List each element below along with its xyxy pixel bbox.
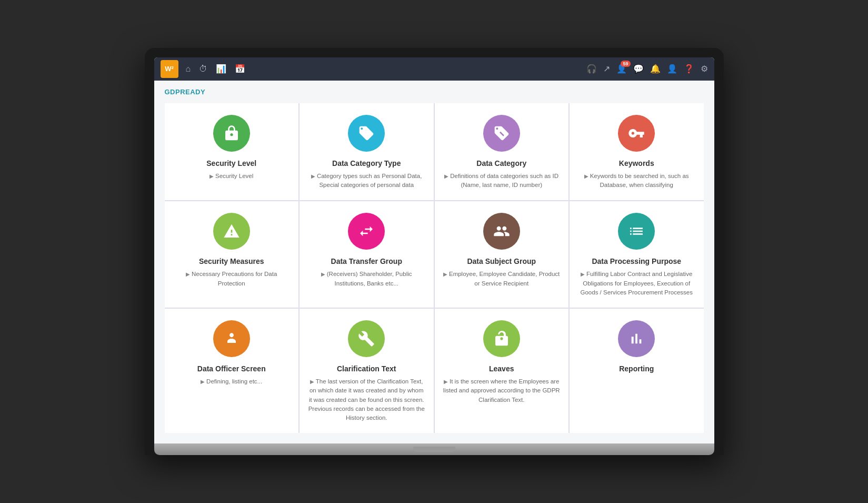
- security-measures-icon: [213, 213, 250, 250]
- reporting-icon: [618, 320, 655, 357]
- person-icon[interactable]: 👤: [667, 64, 677, 74]
- keywords-desc: Keywords to be searched in, such as Data…: [578, 172, 695, 190]
- card-data-subject-group[interactable]: Data Subject GroupEmployee, Employee Can…: [435, 201, 569, 308]
- data-category-title: Data Category: [476, 159, 526, 167]
- leaves-icon: [483, 320, 520, 357]
- leaves-desc: It is the screen where the Employees are…: [443, 377, 561, 405]
- data-transfer-group-title: Data Transfer Group: [331, 257, 402, 265]
- cards-grid: Security LevelSecurity LevelData Categor…: [165, 103, 704, 433]
- data-category-icon: [483, 115, 520, 152]
- data-subject-group-title: Data Subject Group: [467, 257, 536, 265]
- security-level-desc: Security Level: [209, 172, 253, 181]
- topbar-nav-icons: ⌂ ⏱ 📊 📅: [186, 64, 246, 74]
- topbar-right: 🎧 ↗ 👤59 💬 🔔 👤 ❓ ⚙: [586, 64, 708, 74]
- data-processing-purpose-title: Data Processing Purpose: [592, 257, 681, 265]
- laptop-base: [154, 443, 714, 455]
- security-measures-desc: Necessary Precautions for Data Protectio…: [173, 270, 291, 288]
- security-level-icon: [213, 115, 250, 152]
- timer-icon[interactable]: ⏱: [199, 64, 207, 74]
- data-category-type-title: Data Category Type: [332, 159, 401, 167]
- chart-icon[interactable]: 📊: [216, 64, 226, 74]
- security-level-title: Security Level: [206, 159, 256, 167]
- leaves-title: Leaves: [489, 364, 514, 373]
- topbar-left: W² ⌂ ⏱ 📊 📅: [161, 60, 246, 78]
- data-category-desc: Definitions of data categories such as I…: [443, 172, 561, 190]
- clarification-text-icon: [348, 320, 385, 357]
- data-subject-group-desc: Employee, Employee Candidate, Product or…: [443, 270, 561, 288]
- card-data-transfer-group[interactable]: Data Transfer Group(Receivers) Sharehold…: [300, 201, 434, 308]
- chat-icon[interactable]: 💬: [633, 64, 644, 74]
- card-security-level[interactable]: Security LevelSecurity Level: [165, 103, 299, 201]
- calendar-icon[interactable]: 📅: [235, 64, 245, 74]
- clarification-text-desc: The last version of the Clarification Te…: [308, 377, 425, 422]
- keywords-title: Keywords: [619, 159, 654, 167]
- card-security-measures[interactable]: Security MeasuresNecessary Precautions f…: [165, 201, 299, 308]
- home-icon[interactable]: ⌂: [186, 64, 191, 74]
- card-data-category[interactable]: Data CategoryDefinitions of data categor…: [435, 103, 569, 201]
- page-title: GDPREADY: [165, 88, 704, 96]
- headset-icon[interactable]: 🎧: [586, 64, 597, 74]
- data-transfer-group-desc: (Receivers) Shareholder, Public Institut…: [308, 270, 425, 288]
- help-icon[interactable]: ❓: [684, 64, 694, 74]
- data-category-type-icon: [348, 115, 385, 152]
- card-clarification-text[interactable]: Clarification TextThe last version of th…: [300, 309, 434, 433]
- reporting-title: Reporting: [619, 364, 654, 373]
- bell-icon[interactable]: 🔔: [650, 64, 661, 74]
- data-transfer-group-icon: [348, 213, 385, 250]
- logo[interactable]: W²: [161, 60, 178, 78]
- card-reporting[interactable]: Reporting: [570, 309, 704, 433]
- user-badge-icon[interactable]: 👤59: [616, 64, 627, 74]
- content-area: GDPREADY Security LevelSecurity LevelDat…: [154, 81, 714, 444]
- notification-badge: 59: [621, 61, 630, 67]
- clarification-text-title: Clarification Text: [337, 364, 396, 373]
- keywords-icon: [618, 115, 655, 152]
- security-measures-title: Security Measures: [199, 257, 264, 265]
- laptop-notch: [413, 447, 455, 452]
- data-processing-purpose-icon: [618, 213, 655, 250]
- data-subject-group-icon: [483, 213, 520, 250]
- card-data-category-type[interactable]: Data Category TypeCategory types such as…: [300, 103, 434, 201]
- data-officer-screen-desc: Defining, listing etc...: [201, 377, 262, 386]
- data-officer-screen-title: Data Officer Screen: [197, 364, 266, 373]
- share-icon[interactable]: ↗: [603, 64, 610, 74]
- card-leaves[interactable]: LeavesIt is the screen where the Employe…: [435, 309, 569, 433]
- data-category-type-desc: Category types such as Personal Data, Sp…: [308, 172, 425, 190]
- topbar: W² ⌂ ⏱ 📊 📅 🎧 ↗ 👤59 💬 🔔: [154, 57, 714, 81]
- card-keywords[interactable]: KeywordsKeywords to be searched in, such…: [570, 103, 704, 201]
- data-officer-screen-icon: [213, 320, 250, 357]
- data-processing-purpose-desc: Fulfilling Labor Contract and Legislativ…: [578, 270, 695, 297]
- card-data-processing-purpose[interactable]: Data Processing PurposeFulfilling Labor …: [570, 201, 704, 308]
- card-data-officer-screen[interactable]: Data Officer ScreenDefining, listing etc…: [165, 309, 299, 433]
- settings-icon[interactable]: ⚙: [701, 64, 708, 74]
